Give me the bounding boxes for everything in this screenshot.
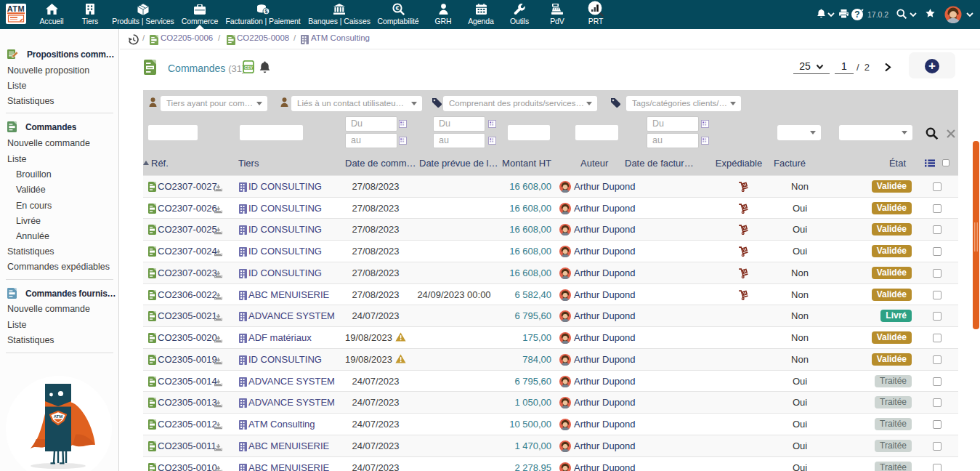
svg-text:CSV: CSV bbox=[244, 65, 252, 70]
svg-text:?: ? bbox=[854, 9, 859, 20]
svg-text:ATM: ATM bbox=[54, 414, 63, 419]
svg-text:$: $ bbox=[264, 9, 267, 15]
